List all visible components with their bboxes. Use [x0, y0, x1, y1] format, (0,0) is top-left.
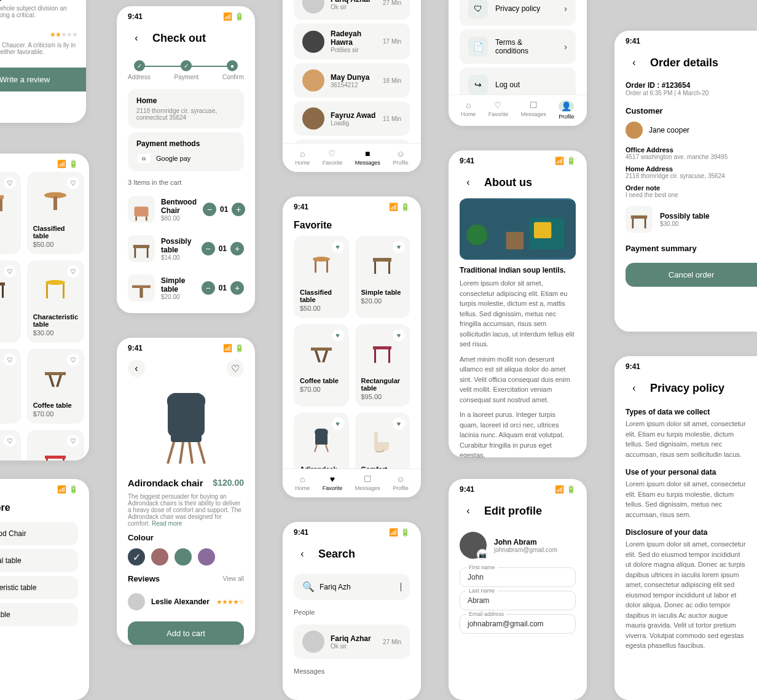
nav-home[interactable]: ⌂Home	[461, 100, 476, 120]
message-row[interactable]: Fayruz AwadLoadig11 Min	[294, 101, 410, 136]
product-card[interactable]: ♡Characteristic table$30.00	[27, 260, 84, 343]
product-card[interactable]: ♥Rectangular table$95.00	[355, 324, 410, 406]
qty-minus[interactable]: −	[203, 203, 216, 216]
message-row[interactable]: May Dunya3615421218 Min	[294, 63, 410, 98]
color-option[interactable]	[151, 548, 168, 566]
back-button[interactable]: ‹	[460, 502, 477, 519]
list-item[interactable]: ply table	[0, 603, 78, 626]
status-icons: 📶🔋	[389, 203, 410, 211]
heart-icon[interactable]: ♡	[4, 265, 16, 278]
heart-icon[interactable]: ♥	[393, 418, 405, 430]
cart-item: Possibly table$14.00 −01+	[117, 229, 255, 268]
review-item[interactable]: Leslie Alexander ★★★★☆	[117, 588, 255, 615]
cart-item-price: $20.00	[161, 294, 195, 300]
color-option[interactable]	[198, 548, 215, 566]
email-input[interactable]: Email addressjohnabram@gmail.com	[460, 614, 576, 634]
msg-time: 11 Min	[383, 115, 401, 122]
nav-messages[interactable]: ■Messages	[355, 149, 380, 166]
product-card[interactable]: ♡	[0, 349, 21, 424]
nav-favorite[interactable]: ♡Favorite	[323, 149, 343, 166]
message-row[interactable]: Radeyah HawraPotilies sir17 Min	[294, 23, 410, 60]
qty-plus[interactable]: +	[232, 203, 245, 216]
product-card[interactable]: ♡Classified table$50.00	[27, 172, 84, 254]
nav-profile[interactable]: 👤Profile	[559, 100, 575, 120]
heart-icon[interactable]: ♡	[67, 435, 79, 447]
view-all-link[interactable]: View all	[223, 575, 244, 582]
progress-label: Payment	[175, 74, 198, 80]
qty-plus[interactable]: +	[230, 281, 244, 295]
nav-favorite[interactable]: ♥Favorite	[323, 474, 343, 491]
last-name-input[interactable]: Last nameAbram	[460, 591, 576, 610]
nav-profile[interactable]: ☺Profile	[393, 149, 409, 166]
list-item[interactable]: ntwood Chair	[0, 522, 78, 545]
order-item-name: Possibly table	[660, 212, 710, 220]
progress-label: Address	[128, 74, 151, 80]
payment-card[interactable]: Payment methods GGoogle pay	[128, 132, 244, 171]
nav-home[interactable]: ⌂Home	[295, 474, 310, 491]
checkout-progress: ✓ ✓ ●	[117, 54, 255, 74]
product-card[interactable]: ♡	[27, 430, 84, 461]
svg-rect-49	[631, 216, 647, 219]
heart-icon[interactable]: ♡	[67, 177, 79, 189]
back-button[interactable]: ‹	[460, 174, 477, 191]
heart-icon[interactable]: ♡	[67, 265, 79, 278]
back-button[interactable]: ‹	[128, 360, 145, 377]
product-card[interactable]: ♡Coffee table$70.00	[27, 349, 84, 424]
search-result[interactable]: Fariq AzharOk sir27 Min	[294, 624, 410, 659]
nav-messages[interactable]: ☐Messages	[521, 100, 546, 120]
camera-icon[interactable]: 📷	[477, 549, 488, 560]
status-time: 9:41	[626, 37, 640, 45]
cancel-order-button[interactable]: Cancel order	[626, 263, 757, 287]
product-card[interactable]: ♥Classified table$50.00	[294, 236, 349, 318]
qty-minus[interactable]: −	[202, 242, 215, 255]
color-option[interactable]: ✓	[128, 548, 145, 566]
search-input[interactable]: 🔍 Fariq Azh	[294, 574, 410, 600]
product-card[interactable]: ♥Coffee table$70.00	[294, 324, 349, 406]
first-name-input[interactable]: First nameJohn	[460, 567, 576, 587]
product-price: $95.00	[361, 393, 404, 400]
heart-icon[interactable]: ♥	[332, 418, 344, 430]
summary-label: Payment summary	[614, 240, 757, 257]
heart-icon[interactable]: ♡	[4, 177, 16, 189]
product-name: Coffee table	[300, 377, 343, 384]
messages-screen: Fariq AzharOk sir27 Min Radeyah HawraPot…	[283, 0, 421, 172]
home-icon: ⌂	[466, 100, 471, 110]
nav-messages[interactable]: ☐Messages	[355, 474, 380, 491]
back-button[interactable]: ‹	[626, 379, 643, 397]
message-row[interactable]: Fariq AzharOk sir27 Min	[294, 0, 410, 20]
back-button[interactable]: ‹	[128, 29, 145, 47]
list-item[interactable]: aracteristic table	[0, 576, 78, 599]
product-card[interactable]: ♡	[0, 172, 21, 254]
progress-step-address: ✓	[134, 60, 145, 71]
heart-icon[interactable]: ♥	[332, 241, 344, 253]
back-button[interactable]: ‹	[294, 545, 311, 562]
write-review-button[interactable]: Write a review	[0, 68, 86, 91]
heart-icon: ♡	[494, 100, 502, 110]
reviewer-name: Leslie Alexander	[151, 597, 210, 606]
product-card[interactable]: ♡	[0, 430, 21, 461]
heart-icon[interactable]: ♥	[393, 241, 405, 253]
nav-profile[interactable]: ☺Profile	[393, 474, 409, 491]
heart-icon[interactable]: ♥	[332, 329, 344, 341]
heart-icon: ♥	[330, 474, 335, 484]
product-card[interactable]: ♡	[0, 260, 21, 343]
cart-item-name: Simple table	[161, 276, 195, 294]
qty-plus[interactable]: +	[230, 242, 244, 255]
settings-terms[interactable]: 📄Terms & conditions›	[460, 29, 576, 64]
color-option[interactable]	[175, 548, 192, 566]
read-more-link[interactable]: Read more	[152, 520, 182, 527]
list-item[interactable]: tistical table	[0, 549, 78, 572]
nav-favorite[interactable]: ♡Favorite	[488, 100, 509, 120]
nav-home[interactable]: ⌂Home	[295, 149, 310, 166]
heart-icon[interactable]: ♡	[4, 354, 16, 366]
heart-button[interactable]: ♡	[227, 360, 244, 377]
heart-icon[interactable]: ♡	[4, 435, 16, 447]
heart-icon[interactable]: ♡	[67, 354, 79, 366]
qty-minus[interactable]: −	[202, 281, 215, 295]
product-card[interactable]: ♥Simple table$20.00	[355, 236, 410, 318]
add-to-cart-button[interactable]: Add to cart	[128, 621, 244, 645]
back-button[interactable]: ‹	[626, 54, 643, 71]
heart-icon[interactable]: ♥	[393, 329, 405, 341]
address-card[interactable]: Home 2118 thornridge cir. syracuse, conn…	[128, 89, 244, 128]
settings-privacy[interactable]: 🛡Privacy policy›	[460, 0, 576, 26]
